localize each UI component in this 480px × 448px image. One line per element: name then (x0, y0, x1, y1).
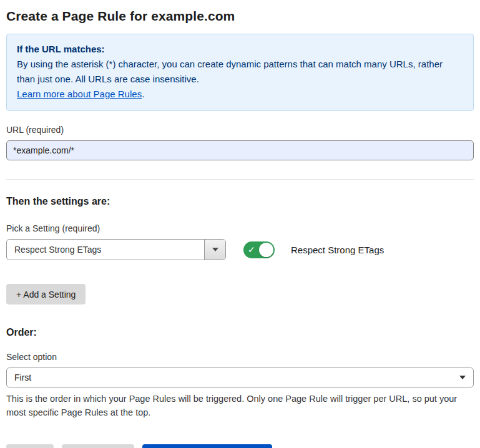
setting-row: Respect Strong ETags ✓ Respect Strong ET… (6, 239, 474, 260)
order-select[interactable]: First (6, 368, 474, 387)
setting-select[interactable]: Respect Strong ETags (6, 239, 226, 260)
add-setting-button[interactable]: + Add a Setting (6, 284, 86, 304)
info-box-body: By using the asterisk (*) character, you… (17, 57, 463, 87)
section-divider (6, 179, 474, 180)
order-help-text: This is the order in which your Page Rul… (6, 392, 471, 419)
cancel-button[interactable]: Cancel (6, 444, 54, 448)
check-icon: ✓ (248, 245, 255, 254)
order-label: Select option (6, 352, 474, 362)
learn-more-link[interactable]: Learn more about Page Rules (17, 89, 142, 99)
settings-heading: Then the settings are: (6, 196, 474, 207)
order-heading: Order: (6, 327, 474, 338)
url-label: URL (required) (6, 125, 474, 135)
info-box: If the URL matches: By using the asteris… (6, 34, 474, 111)
pick-setting-label: Pick a Setting (required) (6, 223, 474, 233)
order-select-value: First (14, 373, 31, 382)
chevron-down-icon (459, 376, 466, 379)
save-deploy-button[interactable]: Save and Deploy Page Rule (142, 444, 272, 448)
footer-actions: Cancel Save as Draft Save and Deploy Pag… (6, 444, 474, 448)
url-input[interactable] (6, 140, 474, 160)
page-title: Create a Page Rule for example.com (6, 9, 474, 24)
toggle-wrap: ✓ Respect Strong ETags (243, 241, 384, 258)
caret-down-icon (212, 248, 218, 251)
link-suffix: . (142, 89, 144, 99)
setting-select-caret-button[interactable] (204, 240, 225, 260)
toggle-knob (259, 243, 273, 257)
page-container: Create a Page Rule for example.com If th… (0, 0, 480, 448)
etag-toggle[interactable]: ✓ (243, 241, 275, 258)
save-draft-button[interactable]: Save as Draft (62, 444, 135, 448)
toggle-label: Respect Strong ETags (291, 245, 384, 255)
info-box-link-line: Learn more about Page Rules. (17, 87, 463, 102)
info-box-heading: If the URL matches: (17, 42, 463, 57)
order-section: Order: Select option First This is the o… (6, 327, 474, 419)
setting-select-value: Respect Strong ETags (7, 240, 204, 260)
